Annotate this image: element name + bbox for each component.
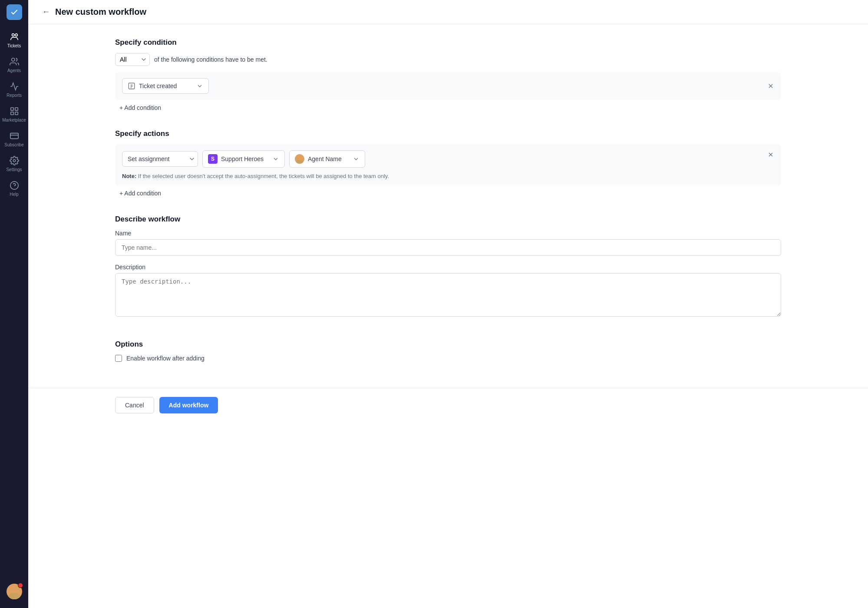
svg-rect-14: [129, 83, 135, 89]
agent-select[interactable]: Agent Name: [289, 150, 365, 168]
action-note: Note: If the selected user doesn't accep…: [122, 173, 774, 179]
team-select[interactable]: S Support Heroes: [202, 150, 285, 168]
svg-point-12: [11, 586, 18, 593]
remove-condition-button[interactable]: [767, 83, 774, 89]
enable-workflow-row: Enable workflow after adding: [115, 355, 781, 362]
team-name: Support Heroes: [221, 155, 264, 162]
enable-workflow-label[interactable]: Enable workflow after adding: [126, 355, 205, 362]
team-chevron-icon: [272, 155, 279, 162]
svg-point-18: [297, 156, 302, 160]
ticket-icon: [128, 82, 135, 90]
svg-point-1: [15, 34, 17, 36]
specify-condition-title: Specify condition: [115, 38, 781, 47]
svg-point-9: [10, 182, 18, 189]
action-note-label: Note:: [122, 173, 136, 179]
condition-header: All of the following conditions have to …: [115, 53, 781, 66]
specify-actions-section: Specify actions Set assignment S Support…: [115, 129, 781, 201]
ticket-created-label: Ticket created: [139, 83, 177, 89]
sidebar: Tickets Agents Reports: [0, 0, 28, 608]
svg-point-2: [11, 58, 14, 61]
describe-workflow-title: Describe workflow: [115, 215, 781, 224]
sidebar-item-agents-label: Agents: [7, 68, 21, 73]
agent-chevron-icon: [353, 155, 360, 162]
back-button[interactable]: ←: [42, 7, 50, 17]
describe-workflow-section: Describe workflow Name Description: [115, 215, 781, 326]
sidebar-item-settings-label: Settings: [6, 167, 22, 172]
agent-avatar: [295, 154, 304, 164]
sidebar-item-help-label: Help: [10, 192, 19, 197]
add-workflow-button[interactable]: Add workflow: [159, 397, 218, 413]
notification-badge: [18, 583, 23, 588]
ticket-created-dropdown[interactable]: Ticket created: [122, 78, 209, 94]
svg-point-0: [12, 34, 14, 36]
enable-workflow-checkbox[interactable]: [115, 355, 122, 362]
specify-condition-section: Specify condition All of the following c…: [115, 38, 781, 116]
add-action-button[interactable]: + Add condition: [115, 185, 165, 201]
agent-name: Agent Name: [308, 155, 342, 162]
add-condition-button[interactable]: + Add condition: [115, 100, 165, 116]
name-input[interactable]: [115, 239, 781, 256]
specify-actions-title: Specify actions: [115, 129, 781, 138]
name-form-group: Name: [115, 230, 781, 256]
app-logo: [7, 4, 22, 20]
svg-rect-7: [10, 133, 18, 139]
form-content: Specify condition All of the following c…: [28, 24, 868, 388]
svg-rect-4: [15, 108, 17, 110]
chevron-down-icon: [196, 83, 203, 89]
sidebar-item-agents[interactable]: Agents: [0, 53, 28, 76]
svg-point-8: [13, 159, 16, 162]
options-section: Options Enable workflow after adding: [115, 340, 781, 362]
action-row: Set assignment S Support Heroes: [122, 150, 774, 168]
condition-card: Ticket created: [115, 72, 781, 100]
svg-rect-6: [15, 112, 17, 115]
main-content: ← New custom workflow Specify condition …: [28, 0, 868, 608]
description-form-group: Description: [115, 264, 781, 318]
sidebar-item-help[interactable]: Help: [0, 177, 28, 200]
sidebar-bottom: [7, 584, 22, 604]
sidebar-item-reports[interactable]: Reports: [0, 78, 28, 101]
condition-header-text: of the following conditions have to be m…: [154, 56, 267, 63]
sidebar-item-marketplace-label: Marketplace: [2, 118, 26, 122]
sidebar-item-marketplace[interactable]: Marketplace: [0, 103, 28, 126]
description-label: Description: [115, 264, 781, 271]
svg-rect-3: [10, 108, 13, 110]
page-title: New custom workflow: [55, 7, 146, 17]
team-avatar: S: [208, 154, 218, 164]
sidebar-item-tickets[interactable]: Tickets: [0, 29, 28, 52]
condition-all-select[interactable]: All: [115, 53, 150, 66]
svg-rect-5: [10, 112, 13, 115]
cancel-button[interactable]: Cancel: [115, 397, 154, 413]
sidebar-item-tickets-label: Tickets: [7, 43, 21, 48]
sidebar-item-reports-label: Reports: [7, 93, 22, 98]
sidebar-nav: Tickets Agents Reports: [0, 29, 28, 584]
page-header: ← New custom workflow: [28, 0, 868, 24]
sidebar-item-subscribe-label: Subscribe: [4, 142, 23, 147]
action-type-select[interactable]: Set assignment: [122, 151, 198, 167]
sidebar-item-subscribe[interactable]: Subscribe: [0, 128, 28, 151]
action-card: Set assignment S Support Heroes: [115, 144, 781, 185]
action-note-text: If the selected user doesn't accept the …: [138, 173, 389, 179]
name-label: Name: [115, 230, 781, 237]
options-title: Options: [115, 340, 781, 349]
close-icon: [767, 83, 774, 89]
user-avatar-wrapper[interactable]: [7, 584, 22, 599]
remove-action-button[interactable]: [767, 151, 774, 160]
close-icon: [767, 151, 774, 158]
sidebar-item-settings[interactable]: Settings: [0, 152, 28, 175]
description-textarea[interactable]: [115, 273, 781, 317]
form-footer: Cancel Add workflow: [28, 388, 868, 422]
